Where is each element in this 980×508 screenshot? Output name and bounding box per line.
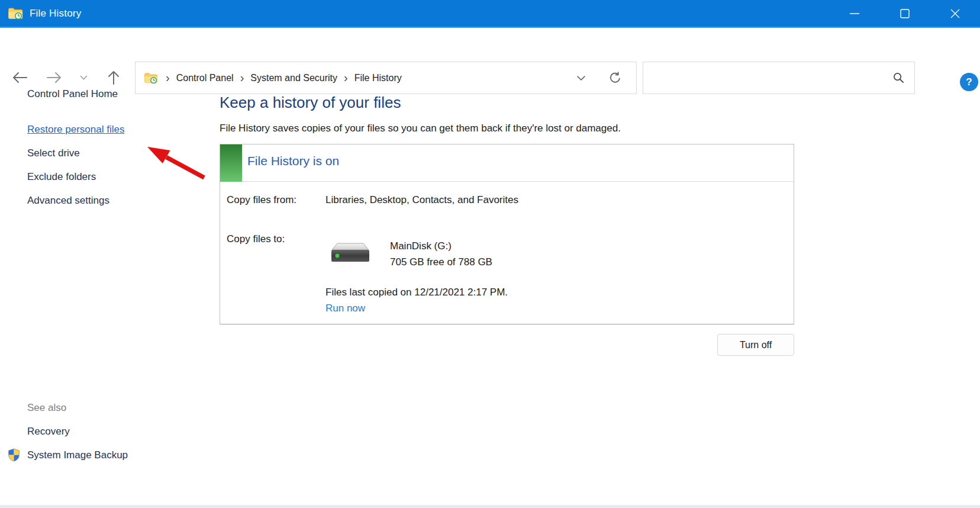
status-panel-header: File History is on [220,144,794,182]
file-history-location-icon [144,72,158,84]
run-now-link[interactable]: Run now [325,303,365,314]
forward-button[interactable] [43,67,65,88]
breadcrumb-system-and-security[interactable]: System and Security [250,73,337,83]
page-description: File History saves copies of your files … [220,123,621,134]
breadcrumb-control-panel[interactable]: Control Panel [176,73,234,83]
up-arrow-icon [107,69,121,86]
sidebar-item-recovery[interactable]: Recovery [27,426,70,438]
maximize-button[interactable] [879,0,930,27]
sidebar-item-restore-personal-files[interactable]: Restore personal files [27,124,124,136]
back-button[interactable] [9,67,31,88]
back-arrow-icon [11,70,29,85]
window-bottom-edge [0,505,980,508]
recent-locations-button[interactable] [76,70,91,85]
breadcrumb-separator: › [240,72,244,83]
sidebar-item-select-drive[interactable]: Select drive [27,147,80,159]
sidebar-item-advanced-settings[interactable]: Advanced settings [27,195,109,207]
minimize-button[interactable] [829,0,879,27]
up-button[interactable] [103,67,124,88]
forward-arrow-icon [45,70,63,85]
status-on-indicator [220,144,242,182]
chevron-down-icon [576,75,586,81]
copy-files-from-value: Libraries, Desktop, Contacts, and Favori… [325,194,518,206]
search-box[interactable] [643,62,915,94]
search-icon [892,72,905,84]
page-title: Keep a history of your files [220,94,401,112]
copy-files-to-label: Copy files to: [227,233,285,245]
title-bar: File History [0,0,980,27]
chevron-down-icon [80,75,88,81]
window-controls [829,0,980,27]
last-copied-text: Files last copied on 12/21/2021 2:17 PM. [325,287,508,298]
breadcrumb-file-history[interactable]: File History [354,73,402,83]
hard-drive-icon [330,241,371,267]
status-text: File History is on [247,154,339,168]
refresh-icon [608,71,622,85]
annotation-arrow [136,137,210,185]
copy-files-from-label: Copy files from: [227,194,296,206]
sidebar-item-exclude-folders[interactable]: Exclude folders [27,171,96,183]
see-also-header: See also [27,402,66,414]
turn-off-button[interactable]: Turn off [717,334,794,356]
window-title: File History [30,8,81,20]
breadcrumb-separator: › [166,72,170,83]
file-history-status-panel: File History is on Copy files from: Libr… [220,144,794,324]
navigation-toolbar: › Control Panel › System and Security › … [0,28,980,68]
maximize-icon [898,7,911,20]
help-button[interactable]: ? [960,73,978,91]
minimize-icon [848,7,861,20]
drive-free-space: 705 GB free of 788 GB [390,256,492,268]
search-input[interactable] [653,73,888,83]
close-icon [949,7,962,20]
sidebar-item-control-panel-home[interactable]: Control Panel Home [27,88,118,100]
refresh-button[interactable] [605,69,626,87]
file-history-app-icon [8,7,23,20]
drive-name: MainDisk (G:) [390,240,452,252]
address-bar[interactable]: › Control Panel › System and Security › … [135,62,637,94]
sidebar-item-system-image-backup[interactable]: System Image Backup [27,449,128,461]
uac-shield-icon [8,448,20,462]
close-button[interactable] [930,0,980,27]
breadcrumb-separator: › [344,72,348,83]
address-dropdown-button[interactable] [572,72,591,85]
